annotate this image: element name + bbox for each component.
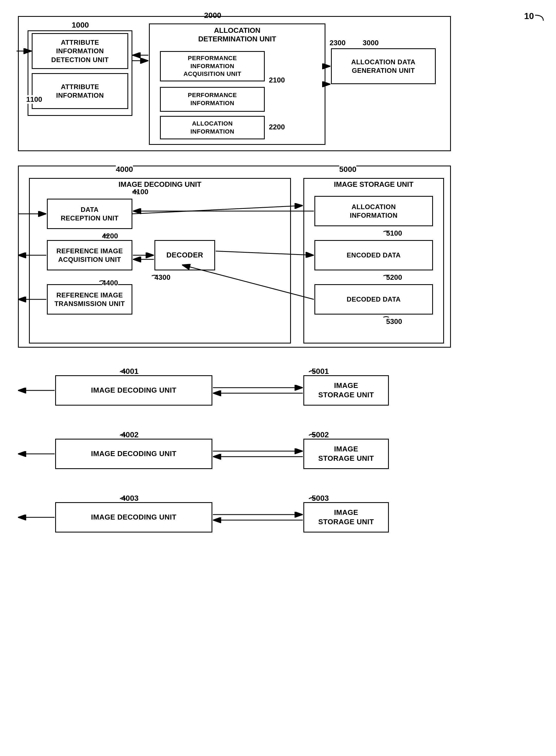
label-5200: 5200 <box>386 273 402 282</box>
box-4001: IMAGE DECODING UNIT <box>55 375 212 405</box>
box-4003: IMAGE DECODING UNIT <box>55 502 212 532</box>
top-outer-box <box>18 16 451 151</box>
box-ref-acq: REFERENCE IMAGEACQUISITION UNIT <box>47 240 132 270</box>
box-4002: IMAGE DECODING UNIT <box>55 439 212 469</box>
label-5300: 5300 <box>386 317 402 326</box>
box-decoded-data: DECODED DATA <box>314 284 433 315</box>
box-5002: IMAGESTORAGE UNIT <box>303 439 389 469</box>
label-4200: 4200 <box>102 232 118 240</box>
box-encoded-data: ENCODED DATA <box>314 240 433 270</box>
label-4001: 4001 <box>121 367 138 376</box>
label-5002: 5002 <box>312 430 329 439</box>
label-5001: 5001 <box>312 367 329 376</box>
label-4300: 4300 <box>154 273 170 282</box>
label-4003: 4003 <box>121 494 138 503</box>
title-4000: IMAGE DECODING UNIT <box>32 180 288 189</box>
box-5003: IMAGESTORAGE UNIT <box>303 502 389 532</box>
box-alloc-info-5100: ALLOCATIONINFORMATION <box>314 196 433 226</box>
box-5001: IMAGESTORAGE UNIT <box>303 375 389 405</box>
label-5000: 5000 <box>339 165 356 174</box>
label-4400: 4400 <box>102 279 118 287</box>
label-4002: 4002 <box>121 430 138 439</box>
label-4000: 4000 <box>116 165 133 174</box>
ref-10: 10 <box>524 11 534 21</box>
diagram: 10 1000 ATTRIBUTEINFORMATIONDETECTION UN… <box>0 0 556 756</box>
box-ref-trans: REFERENCE IMAGETRANSMISSION UNIT <box>47 284 132 315</box>
box-data-reception: DATARECEPTION UNIT <box>47 199 132 229</box>
label-5003: 5003 <box>312 494 329 503</box>
box-decoder: DECODER <box>154 240 215 270</box>
label-4100: 4100 <box>132 188 148 196</box>
title-5000: IMAGE STORAGE UNIT <box>306 180 441 189</box>
label-5100: 5100 <box>386 229 402 237</box>
